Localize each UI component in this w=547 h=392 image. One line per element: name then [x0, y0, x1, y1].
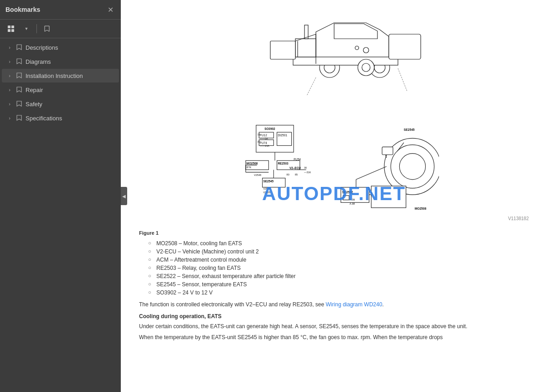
- svg-text:30: 30: [257, 140, 260, 143]
- sidebar-collapse-button[interactable]: ◀: [121, 187, 127, 205]
- svg-text:80: 80: [286, 173, 289, 176]
- svg-rect-8: [293, 57, 398, 65]
- nav-label-safety: Safety: [26, 101, 115, 108]
- svg-text:FU54: FU54: [294, 158, 301, 161]
- svg-text:SE2522: SE2522: [342, 191, 353, 194]
- chevron-icon: ›: [6, 87, 13, 93]
- svg-rect-67: [371, 186, 406, 208]
- sidebar-item-safety[interactable]: › Safety: [2, 97, 119, 111]
- nav-label-installation: Installation Instruction: [26, 72, 115, 79]
- component-diagram: SE2545 SE2522 A.39 A.98: [330, 123, 439, 214]
- svg-rect-2: [8, 29, 10, 32]
- nav-label-descriptions: Descriptions: [26, 44, 115, 51]
- svg-text:——5A: ——5A: [260, 137, 268, 140]
- bullet-list: MO2508 – Motor, cooling fan EATS V2-ECU …: [148, 239, 529, 297]
- svg-text:MO2508: MO2508: [246, 162, 258, 165]
- sidebar: Bookmarks ✕ ▼ ›: [0, 0, 121, 392]
- svg-point-18: [355, 46, 359, 50]
- main-content: AUTOPDF.NET: [121, 0, 547, 392]
- bookmark-nav-icon: [15, 86, 23, 93]
- nav-label-repair: Repair: [26, 87, 115, 93]
- chevron-icon: ›: [6, 115, 13, 121]
- svg-text:FU74: FU74: [260, 141, 267, 144]
- wiring-diagram-link[interactable]: Wiring diagram WD240: [326, 301, 382, 308]
- bookmark-nav-icon: [15, 72, 23, 79]
- svg-text:SE2545: SE2545: [263, 180, 274, 183]
- list-item: RE2503 – Relay, cooling fan EATS: [148, 264, 529, 272]
- svg-text:—31K: —31K: [304, 171, 311, 174]
- list-item: MO2508 – Motor, cooling fan EATS: [148, 239, 529, 248]
- nav-label-diagrams: Diagrams: [26, 58, 115, 65]
- chevron-icon: ›: [6, 101, 13, 107]
- svg-text:FU12: FU12: [260, 134, 267, 137]
- sidebar-header: Bookmarks ✕: [0, 0, 121, 20]
- section-heading: Cooling during operation, EATS: [139, 313, 529, 320]
- list-item: V2-ECU – Vehicle (Machine) control unit …: [148, 248, 529, 256]
- svg-text:15: 15: [257, 133, 260, 136]
- svg-point-20: [362, 63, 370, 72]
- close-button[interactable]: ✕: [105, 5, 115, 15]
- svg-rect-9: [295, 39, 316, 57]
- sidebar-item-descriptions[interactable]: › Descriptions: [2, 41, 119, 54]
- bookmark-icon-button[interactable]: [41, 22, 53, 35]
- circuit-diagram: SO3902 FU12 ——5A FU74 ——15A DI2501 15 30: [229, 123, 320, 196]
- list-item: SE2522 – Sensor, exhaust temperature aft…: [148, 272, 529, 280]
- chevron-icon: ›: [6, 45, 13, 50]
- figure-label: Figure 1: [139, 230, 529, 236]
- chevron-icon: ›: [6, 73, 13, 78]
- list-item: ACM – Aftertreatment control module: [148, 256, 529, 264]
- svg-text:BTK: BTK: [246, 166, 251, 169]
- truck-diagram: [225, 9, 444, 119]
- body-paragraph-2: Under certain conditions, the EATS-unit …: [139, 322, 529, 330]
- dropdown-arrow-button[interactable]: ▼: [20, 22, 33, 35]
- svg-point-17: [363, 47, 369, 53]
- svg-rect-1: [11, 26, 14, 28]
- svg-text:85: 85: [294, 173, 297, 176]
- body-paragraph-3: When the temperature by the EATS-unit SE…: [139, 333, 529, 341]
- body-text-before-link: The function is controlled electronicall…: [139, 301, 326, 308]
- svg-text:——15A: ——15A: [260, 144, 269, 147]
- nav-list: › Descriptions › Diagrams ›: [0, 38, 121, 392]
- svg-text:V2548: V2548: [254, 174, 261, 176]
- svg-text:SE2545: SE2545: [403, 128, 414, 131]
- bookmark-nav-icon: [15, 44, 23, 51]
- list-item: SO3902 – 24 V to 12 V: [148, 289, 529, 297]
- grid-view-button[interactable]: [5, 22, 17, 35]
- svg-line-71: [356, 166, 387, 180]
- svg-text:DI2501: DI2501: [278, 134, 287, 137]
- svg-text:A.98: A.98: [349, 202, 355, 205]
- diagram-container: SO3902 FU12 ——5A FU74 ——15A DI2501 15 30: [139, 9, 529, 221]
- bookmark-nav-icon: [15, 58, 23, 65]
- svg-rect-61: [341, 187, 369, 202]
- svg-line-14: [307, 77, 316, 96]
- sidebar-item-installation[interactable]: › Installation Instruction: [2, 69, 119, 83]
- svg-rect-3: [11, 29, 14, 32]
- svg-text:RE2503: RE2503: [278, 162, 289, 165]
- sidebar-title: Bookmarks: [5, 6, 40, 13]
- svg-text:SO3902: SO3902: [264, 127, 275, 130]
- sidebar-toolbar: ▼: [0, 20, 121, 38]
- svg-rect-59: [382, 147, 393, 155]
- svg-text:MO2508: MO2508: [414, 207, 426, 210]
- chevron-icon: ›: [6, 59, 13, 64]
- toolbar-separator: [36, 24, 37, 33]
- nav-label-specifications: Specifications: [26, 115, 115, 122]
- svg-text:V2k55: V2k55: [263, 191, 270, 194]
- svg-rect-11: [389, 34, 421, 59]
- diagram-ref: V1138182: [139, 216, 529, 221]
- sub-diagrams: SO3902 FU12 ——5A FU74 ——15A DI2501 15 30: [229, 123, 439, 214]
- sidebar-item-repair[interactable]: › Repair: [2, 83, 119, 97]
- svg-text:V2–ECU: V2–ECU: [289, 166, 301, 170]
- list-item: SE2545 – Sensor, temperature EATS: [148, 280, 529, 289]
- svg-rect-63: [343, 196, 349, 200]
- body-paragraph-1: The function is controlled electronicall…: [139, 300, 529, 309]
- sidebar-item-specifications[interactable]: › Specifications: [2, 111, 119, 125]
- svg-point-58: [399, 154, 425, 180]
- bookmark-nav-icon: [15, 100, 23, 108]
- bookmark-nav-icon: [15, 114, 23, 122]
- sidebar-item-diagrams[interactable]: › Diagrams: [2, 55, 119, 68]
- svg-rect-0: [8, 26, 10, 28]
- svg-line-15: [398, 68, 407, 91]
- svg-text:V2548: V2548: [263, 187, 270, 190]
- svg-rect-12: [270, 41, 295, 59]
